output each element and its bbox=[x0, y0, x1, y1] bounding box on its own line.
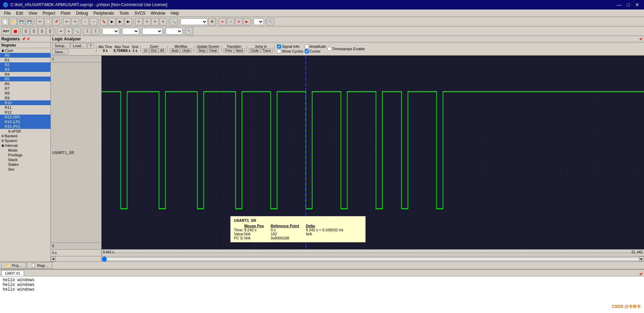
tb2-b3[interactable]: {} bbox=[38, 27, 46, 35]
reg-item-r1[interactable]: R1 bbox=[0, 58, 50, 62]
panel-tab-project[interactable]: 📁 Proj... bbox=[1, 262, 26, 269]
reg-group-system[interactable]: ⊞ System bbox=[0, 138, 50, 143]
reg-item-r12[interactable]: R12 bbox=[0, 110, 50, 115]
transition-prev-button[interactable]: Prev bbox=[223, 48, 234, 53]
close-button[interactable]: ✕ bbox=[633, 2, 641, 7]
tb-paste[interactable]: 📌 bbox=[52, 18, 60, 25]
minimize-button[interactable]: — bbox=[615, 2, 624, 7]
reg-item-r15[interactable]: R15 (PC) bbox=[0, 124, 50, 129]
panel-tab-registers[interactable]: 📋 Regi... bbox=[27, 262, 52, 269]
tb2-b4[interactable]: {} bbox=[46, 27, 54, 35]
tb-b2[interactable]: ▶ bbox=[116, 18, 124, 25]
tb2-zoom[interactable]: 🔍 bbox=[73, 27, 81, 35]
tb-new[interactable]: 📄 bbox=[1, 18, 9, 25]
la-save-button[interactable]: Save... bbox=[52, 49, 68, 55]
reg-item-xpsr[interactable]: ⊞ xPSR bbox=[0, 129, 50, 134]
tb2-cmd-select[interactable] bbox=[122, 28, 139, 35]
la-pin-icon[interactable]: 📌 bbox=[639, 37, 643, 41]
hscroll-track[interactable] bbox=[102, 256, 639, 261]
reg-item-r2[interactable]: R2 bbox=[0, 62, 50, 67]
tb-indent[interactable]: ≡ bbox=[135, 18, 143, 25]
tb-bookmark[interactable]: 🔖 bbox=[100, 18, 108, 25]
tb-settings2[interactable]: 🔧 bbox=[267, 18, 274, 25]
zoom-all-button[interactable]: All bbox=[158, 48, 166, 53]
reg-item-r4[interactable]: R4 bbox=[0, 72, 50, 77]
amplitude-checkbox-label[interactable]: Amplitude bbox=[305, 44, 326, 48]
menu-project[interactable]: Project bbox=[40, 10, 58, 16]
reg-item-r10[interactable]: R10 bbox=[0, 100, 50, 105]
tb-redo[interactable]: ↪ bbox=[71, 18, 79, 25]
menu-tools[interactable]: Tools bbox=[117, 10, 132, 16]
tb-record2[interactable]: ○ bbox=[227, 18, 234, 25]
reg-item-privilege[interactable]: Privilege bbox=[0, 153, 50, 157]
reg-item-r0[interactable]: R0 bbox=[0, 53, 50, 58]
update-clear-button[interactable]: Clear bbox=[207, 48, 219, 53]
transition-next-button[interactable]: Next bbox=[234, 48, 245, 53]
tb-cut[interactable]: ✂ bbox=[36, 18, 44, 25]
reg-group-core[interactable]: ▣ Core bbox=[0, 48, 50, 53]
signal-info-checkbox-label[interactable]: Signal Info bbox=[277, 44, 303, 48]
uart-tab[interactable]: UART #1 bbox=[1, 270, 24, 276]
tb-screen-select[interactable] bbox=[254, 18, 264, 25]
tb-run[interactable]: ▶ bbox=[243, 18, 251, 25]
menu-svcs[interactable]: SVCS bbox=[132, 10, 148, 16]
zoom-out-button[interactable]: Out bbox=[149, 48, 158, 53]
reg-item-r3[interactable]: R3 bbox=[0, 67, 50, 72]
tb-undo[interactable]: ↩ bbox=[63, 18, 70, 25]
tb-indent2[interactable]: ≡ bbox=[143, 18, 151, 25]
reg-item-r7[interactable]: R7 bbox=[0, 86, 50, 91]
tb2-b1[interactable]: {} bbox=[22, 27, 29, 35]
reg-item-r11[interactable]: R11 bbox=[0, 105, 50, 110]
minmax-auto-button[interactable]: Auto bbox=[170, 48, 180, 53]
tb2-rst[interactable]: RST bbox=[1, 27, 11, 35]
tb2-view-select[interactable] bbox=[102, 28, 119, 35]
menu-file[interactable]: File bbox=[1, 10, 13, 16]
pin-icon[interactable]: 📌 bbox=[21, 37, 26, 41]
reg-item-mode[interactable]: Mode bbox=[0, 148, 50, 153]
tb-target-settings[interactable]: ⚙ bbox=[208, 18, 216, 25]
menu-debug[interactable]: Debug bbox=[73, 10, 91, 16]
menu-help[interactable]: Help bbox=[168, 10, 182, 16]
tb-indent3[interactable]: ≡ bbox=[151, 18, 159, 25]
cursor-checkbox[interactable] bbox=[305, 49, 309, 53]
scroll-right-btn[interactable]: ▶ bbox=[639, 256, 644, 261]
tb2-screen2-select[interactable] bbox=[142, 28, 163, 35]
reg-item-r13[interactable]: R13 (SP) bbox=[0, 115, 50, 119]
tb-copy[interactable]: 📋 bbox=[44, 18, 52, 25]
tb-target-select[interactable] bbox=[180, 18, 208, 25]
la-load-button[interactable]: Load... bbox=[70, 43, 87, 48]
menu-edit[interactable]: Edit bbox=[13, 10, 26, 16]
tb-save[interactable]: 💾 bbox=[18, 18, 25, 25]
cursor-checkbox-label[interactable]: Cursor bbox=[305, 49, 326, 53]
menu-flash[interactable]: Flash bbox=[58, 10, 73, 16]
menu-peripherals[interactable]: Peripherals bbox=[91, 10, 117, 16]
la-setup-button[interactable]: Setup... bbox=[52, 43, 70, 48]
hscroll-slider[interactable] bbox=[102, 257, 639, 261]
tb2-regs[interactable]: Ξ bbox=[92, 27, 99, 35]
tb2-arrow[interactable]: ⇒ bbox=[57, 27, 64, 35]
tb-nav-back[interactable]: ← bbox=[82, 18, 89, 25]
tb-record[interactable]: ● bbox=[219, 18, 226, 25]
reg-item-states[interactable]: States bbox=[0, 162, 50, 167]
jump-code-button[interactable]: Code bbox=[249, 48, 260, 53]
tb2-mem[interactable]: Ξ bbox=[84, 27, 91, 35]
amplitude-checkbox[interactable] bbox=[305, 44, 309, 48]
waveform-display[interactable]: USART1_SR Mouse Pos Reference Point Delt… bbox=[102, 56, 644, 249]
signal-info-checkbox[interactable] bbox=[277, 44, 281, 48]
timestamps-checkbox[interactable] bbox=[327, 47, 331, 51]
reg-item-r6[interactable]: R6 bbox=[0, 81, 50, 86]
jump-trace-button[interactable]: Trace bbox=[261, 48, 273, 53]
tb2-stop[interactable]: ⏹ bbox=[12, 27, 19, 35]
tb-open[interactable]: 📂 bbox=[9, 18, 17, 25]
tb-b1[interactable]: ▶ bbox=[108, 18, 116, 25]
reg-item-stack[interactable]: Stack bbox=[0, 157, 50, 162]
maximize-button[interactable]: □ bbox=[625, 2, 632, 7]
tb-save-all[interactable]: 💾 bbox=[26, 18, 33, 25]
timestamps-checkbox-label[interactable]: Timestamps Enable bbox=[327, 47, 365, 51]
reg-item-r8[interactable]: R8 bbox=[0, 91, 50, 96]
show-cycles-checkbox[interactable] bbox=[277, 49, 281, 53]
tb-record3[interactable]: ⊗ bbox=[235, 18, 242, 25]
tb2-into[interactable]: ↳ bbox=[65, 27, 72, 35]
update-stop-button[interactable]: Stop bbox=[197, 48, 207, 53]
reg-group-internal[interactable]: ▣ Internal bbox=[0, 143, 50, 148]
